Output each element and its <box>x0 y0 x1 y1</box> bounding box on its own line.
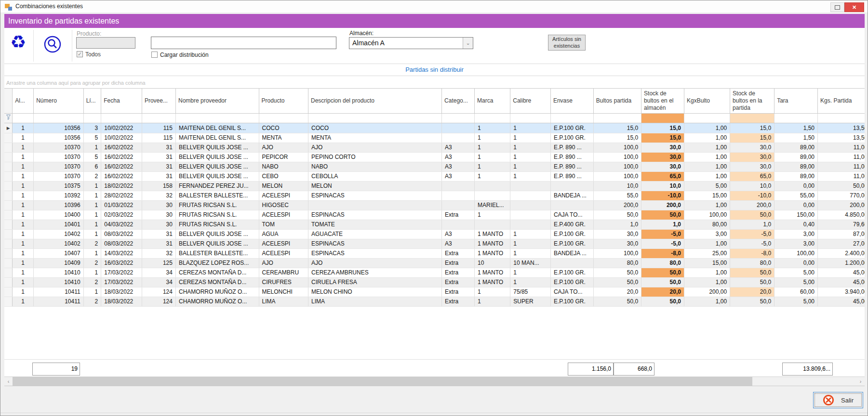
cell-stock_almacen[interactable]: 1,0 <box>641 220 684 230</box>
cell-producto[interactable]: NABO <box>259 162 308 172</box>
cell-numero[interactable]: 10396 <box>34 201 84 210</box>
cell-nombre_proveedor[interactable]: MAITENA DEL GENIL S... <box>175 133 259 143</box>
cell-stock_almacen[interactable]: 50,0 <box>641 278 684 287</box>
cell-fecha[interactable]: 16/02/2022 <box>101 172 142 182</box>
cell-al[interactable]: 1 <box>13 268 34 278</box>
cell-al[interactable]: 1 <box>13 162 34 172</box>
cell-tara[interactable]: 5,00 <box>775 297 818 307</box>
cell-tara[interactable]: 0,00 <box>775 259 818 268</box>
cell-bultos_partida[interactable]: 100,0 <box>593 172 641 182</box>
cell-producto[interactable]: CEBO <box>259 172 308 182</box>
cell-stock_partida[interactable]: 1,0 <box>730 220 775 230</box>
cell-descripcion[interactable]: PEPINO CORTO <box>308 153 441 162</box>
table-row[interactable]: 110402108/03/202231BELLVER QUILIS JOSE .… <box>4 230 865 239</box>
cell-nombre_proveedor[interactable]: BELLVER QUILIS JOSE ... <box>175 172 259 182</box>
cell-numero[interactable]: 10410 <box>34 278 84 287</box>
cell-al[interactable]: 1 <box>13 153 34 162</box>
cell-marca[interactable]: 1 <box>475 133 510 143</box>
cell-al[interactable]: 1 <box>13 278 34 287</box>
table-row[interactable]: 110411218/03/2022124CHAMORRO MUÑOZ O...L… <box>4 297 865 307</box>
cell-stock_partida[interactable]: 20,0 <box>730 287 775 297</box>
cell-stock_partida[interactable]: 65,0 <box>730 172 775 182</box>
cell-kgxbulto[interactable]: 15,00 <box>684 191 730 201</box>
cell-provee[interactable]: 31 <box>142 153 175 162</box>
cell-catego[interactable]: Extra <box>442 297 475 307</box>
cell-kgxbulto[interactable]: 1,00 <box>684 201 730 210</box>
cell-fecha[interactable]: 16/03/2022 <box>101 259 142 268</box>
column-header-tara[interactable]: Tara <box>775 89 818 114</box>
cell-stock_almacen[interactable]: 50,0 <box>641 210 684 220</box>
cell-tara[interactable]: 5,00 <box>775 268 818 278</box>
cell-al[interactable]: 1 <box>13 239 34 249</box>
cell-kgxbulto[interactable]: 100,00 <box>684 210 730 220</box>
cell-tara[interactable]: 3,00 <box>775 230 818 239</box>
cell-kgxbulto[interactable]: 15,00 <box>684 259 730 268</box>
filter-cell-marca[interactable] <box>475 114 510 123</box>
cell-tara[interactable]: 0,00 <box>775 182 818 191</box>
cell-stock_almacen[interactable]: 10,0 <box>641 182 684 191</box>
cell-provee[interactable]: 124 <box>142 297 175 307</box>
column-header-stock_almacen[interactable]: Stock de bultos en el almacén <box>641 89 684 114</box>
cell-descripcion[interactable]: ESPINACAS <box>308 249 441 259</box>
cell-catego[interactable]: A3 <box>442 162 475 172</box>
cell-nombre_proveedor[interactable]: FRUTAS RICSAN S.L. <box>175 220 259 230</box>
cell-kgs_partida[interactable]: 1.200,00 <box>818 259 865 268</box>
cell-li[interactable]: 1 <box>83 210 101 220</box>
cell-calibre[interactable]: 1 <box>510 230 551 239</box>
cell-stock_almacen[interactable]: 15,0 <box>641 133 684 143</box>
cell-catego[interactable] <box>442 191 475 201</box>
cell-envase[interactable]: BANDEJA ... <box>550 191 593 201</box>
cell-envase[interactable]: E.P. 890 ... <box>550 172 593 182</box>
cell-stock_partida[interactable]: 50,0 <box>730 210 775 220</box>
cell-provee[interactable]: 125 <box>142 259 175 268</box>
cell-stock_almacen[interactable]: 50,0 <box>641 297 684 307</box>
cell-envase[interactable]: E.P.100 GR. <box>550 133 593 143</box>
cell-fecha[interactable]: 01/03/2022 <box>101 201 142 210</box>
cell-kgxbulto[interactable]: 1,00 <box>684 123 730 133</box>
cell-kgs_partida[interactable]: 27,00 <box>818 239 865 249</box>
cell-tara[interactable]: 0,00 <box>775 201 818 210</box>
cell-bultos_partida[interactable]: 15,0 <box>593 133 641 143</box>
filter-cell-numero[interactable] <box>34 114 84 123</box>
cell-marca[interactable]: 1 <box>475 123 510 133</box>
cell-bultos_partida[interactable]: 50,0 <box>593 278 641 287</box>
cell-kgs_partida[interactable]: 79,60 <box>818 220 865 230</box>
cell-nombre_proveedor[interactable]: CHAMORRO MUÑOZ O... <box>175 287 259 297</box>
cell-al[interactable]: 1 <box>13 133 34 143</box>
filter-cell-nombre_proveedor[interactable] <box>175 114 259 123</box>
cell-nombre_proveedor[interactable]: MAITENA DEL GENIL S... <box>175 123 259 133</box>
cell-kgxbulto[interactable]: 1,00 <box>684 172 730 182</box>
cell-kgxbulto[interactable]: 1,00 <box>684 153 730 162</box>
cell-kgxbulto[interactable]: 3,00 <box>684 230 730 239</box>
cell-kgs_partida[interactable]: 4.850,00 <box>818 210 865 220</box>
cell-tara[interactable]: 1,50 <box>775 133 818 143</box>
cell-producto[interactable]: HIGOSEC <box>259 201 308 210</box>
cell-provee[interactable]: 30 <box>142 220 175 230</box>
cell-stock_partida[interactable]: 15,0 <box>730 133 775 143</box>
cell-provee[interactable]: 115 <box>142 123 175 133</box>
cell-envase[interactable]: E.P. 890 ... <box>550 162 593 172</box>
cell-li[interactable]: 2 <box>83 239 101 249</box>
cell-nombre_proveedor[interactable]: BELLVER QUILIS JOSE ... <box>175 153 259 162</box>
cell-envase[interactable]: CAJA TO... <box>550 287 593 297</box>
cell-kgs_partida[interactable]: 87,00 <box>818 230 865 239</box>
cell-marca[interactable] <box>475 182 510 191</box>
cell-catego[interactable] <box>442 201 475 210</box>
cell-envase[interactable]: E.P. 890 ... <box>550 153 593 162</box>
cell-catego[interactable] <box>442 133 475 143</box>
cell-kgxbulto[interactable]: 25,00 <box>684 249 730 259</box>
cell-kgxbulto[interactable]: 1,00 <box>684 278 730 287</box>
cell-stock_almacen[interactable]: 50,0 <box>641 268 684 278</box>
cell-stock_almacen[interactable]: 30,0 <box>641 162 684 172</box>
cell-numero[interactable]: 10370 <box>34 162 84 172</box>
cell-stock_partida[interactable]: 15,0 <box>730 123 775 133</box>
maximize-button[interactable] <box>830 2 844 12</box>
cell-fecha[interactable]: 16/02/2022 <box>101 162 142 172</box>
cell-marca[interactable] <box>475 220 510 230</box>
cell-stock_partida[interactable]: 50,0 <box>730 268 775 278</box>
cell-kgs_partida[interactable]: 2.400,00 <box>818 249 865 259</box>
cell-marca[interactable]: 1 MANTO <box>475 278 510 287</box>
cell-numero[interactable]: 10401 <box>34 220 84 230</box>
cell-marca[interactable]: 1 MANTO <box>475 239 510 249</box>
column-header-stock_partida[interactable]: Stock de bultos en la partida <box>730 89 775 114</box>
